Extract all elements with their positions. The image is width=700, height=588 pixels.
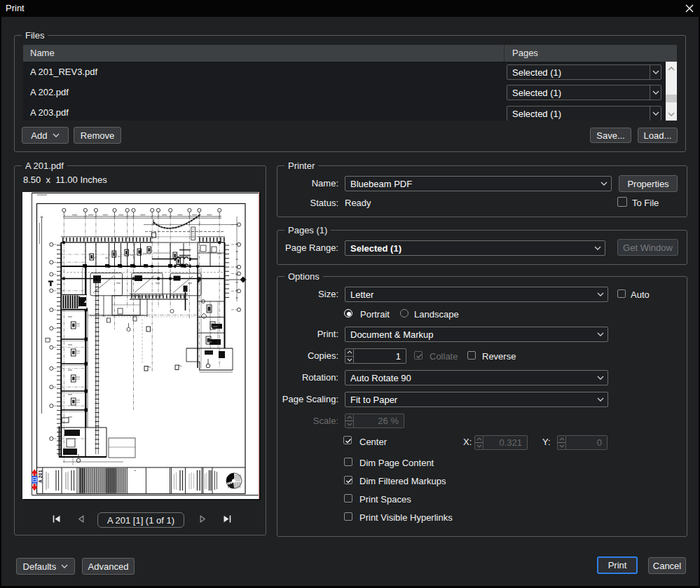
svg-text:A 201: A 201: [38, 470, 43, 483]
